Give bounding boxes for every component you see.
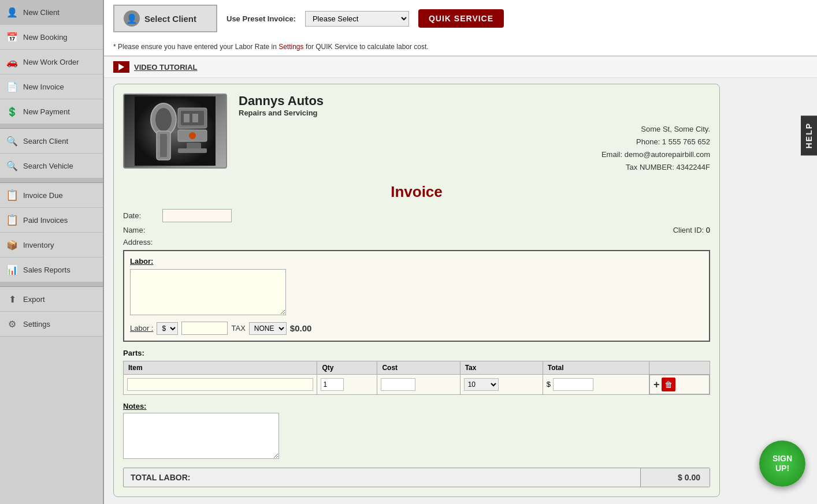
company-details: Some St, Some City. Phone: 1 555 765 652… <box>239 123 710 174</box>
settings-link[interactable]: Settings <box>278 43 303 51</box>
date-row: Date: <box>123 209 710 222</box>
company-tax: Tax NUMBER: 4342244F <box>239 161 710 174</box>
parts-col-qty: Qty <box>317 361 377 375</box>
person-icon: 👤 <box>124 10 140 27</box>
new-invoice-icon: 📄 <box>6 80 18 93</box>
preset-invoice-select[interactable]: Please Select <box>305 11 409 27</box>
sidebar-item-inventory[interactable]: 📦 Inventory <box>0 233 103 257</box>
sidebar-label-export: Export <box>23 295 45 304</box>
labor-description-input[interactable] <box>130 269 286 315</box>
sidebar-label-paid-invoices: Paid Invoices <box>23 216 68 225</box>
help-tab[interactable]: HELP <box>801 115 817 155</box>
sidebar-item-sales-reports[interactable]: 📊 Sales Reports <box>0 257 103 282</box>
sidebar-item-new-booking[interactable]: 📅 New Booking <box>0 25 103 50</box>
sidebar-label-sales-reports: Sales Reports <box>23 266 70 274</box>
settings-icon: ⚙ <box>6 318 18 330</box>
name-field: Name: <box>123 226 145 234</box>
parts-qty-cell <box>317 375 377 395</box>
parts-cost-input[interactable] <box>381 378 415 391</box>
totals-bar: TOTAL LABOR: $ 0.00 <box>123 468 710 487</box>
sidebar-item-new-work-order[interactable]: 🚗 New Work Order <box>0 50 103 74</box>
labor-link[interactable]: Labor : <box>130 324 153 333</box>
preset-invoice-label: Use Preset Invoice: <box>226 14 296 23</box>
notes-textarea[interactable] <box>123 413 279 459</box>
svg-rect-7 <box>184 114 190 122</box>
topbar-note-text: * Please ensure you have entered your La… <box>113 43 278 51</box>
invoice-due-icon: 📋 <box>6 189 18 201</box>
sidebar-item-new-payment[interactable]: 💲 New Payment <box>0 99 103 124</box>
parts-qty-input[interactable] <box>321 378 344 391</box>
labor-amount-input[interactable] <box>181 322 228 335</box>
parts-total-cell: $ <box>543 375 649 395</box>
sidebar-item-paid-invoices[interactable]: 📋 Paid Invoices <box>0 208 103 233</box>
search-client-icon: 🔍 <box>6 135 18 147</box>
sidebar: 👤 New Client 📅 New Booking 🚗 New Work Or… <box>0 0 104 504</box>
svg-rect-4 <box>160 134 167 157</box>
sales-reports-icon: 📊 <box>6 263 18 276</box>
date-label: Date: <box>123 211 158 220</box>
paid-invoices-icon: 📋 <box>6 214 18 226</box>
address-row: Address: <box>123 238 710 247</box>
parts-tax-cell: 10 NONE 5 15 20 <box>460 375 543 395</box>
sidebar-label-new-invoice: New Invoice <box>23 83 64 91</box>
export-icon: ⬆ <box>6 293 18 305</box>
select-client-button[interactable]: 👤 Select Client <box>113 5 217 32</box>
parts-col-item: Item <box>124 361 317 375</box>
parts-section: Parts: Item Qty Cost Tax Total <box>123 349 710 395</box>
parts-col-tax: Tax <box>460 361 543 375</box>
parts-tax-select[interactable]: 10 NONE 5 15 20 <box>464 378 499 391</box>
parts-cost-cell <box>377 375 460 395</box>
labor-currency-select[interactable]: $ € £ <box>157 322 178 335</box>
topbar-note: * Please ensure you have entered your La… <box>113 43 808 51</box>
sidebar-item-settings[interactable]: ⚙ Settings <box>0 312 103 337</box>
parts-col-cost: Cost <box>377 361 460 375</box>
new-client-icon: 👤 <box>6 6 18 18</box>
parts-col-actions <box>649 361 710 375</box>
sidebar-label-search-vehicle: Search Vehicle <box>23 162 73 170</box>
svg-point-2 <box>155 108 172 131</box>
signup-button[interactable]: SIGNUP! <box>759 440 805 487</box>
video-tutorial-bar: VIDEO TUTORIAL <box>104 57 817 78</box>
svg-point-10 <box>189 132 196 139</box>
sidebar-item-new-client[interactable]: 👤 New Client <box>0 0 103 25</box>
tax-label: TAX <box>231 324 245 333</box>
parts-section-title: Parts: <box>123 349 710 357</box>
parts-table: Item Qty Cost Tax Total <box>123 361 710 395</box>
parts-col-total: Total <box>543 361 649 375</box>
video-tutorial-link[interactable]: VIDEO TUTORIAL <box>134 63 198 72</box>
svg-rect-12 <box>178 148 207 153</box>
sidebar-item-export[interactable]: ⬆ Export <box>0 287 103 312</box>
parts-row: 10 NONE 5 15 20 $ <box>124 375 710 395</box>
company-address: Some St, Some City. <box>239 123 710 136</box>
delete-part-button[interactable]: 🗑 <box>662 378 675 391</box>
company-name: Dannys Autos <box>239 94 710 109</box>
parts-item-input[interactable] <box>127 378 313 391</box>
labor-section-title: Labor: <box>130 257 703 266</box>
parts-total-input[interactable] <box>553 378 593 391</box>
client-id-label: Client ID: <box>673 226 704 234</box>
date-input[interactable] <box>162 209 232 222</box>
sidebar-label-new-client: New Client <box>23 8 60 17</box>
labor-section: Labor: Labor : $ € £ TAX NONE 5% 10% <box>123 250 710 342</box>
labor-tax-select[interactable]: NONE 5% 10% 15% 20% <box>249 322 287 335</box>
total-labor-label: TOTAL LABOR: <box>124 468 640 487</box>
invoice-title: Invoice <box>123 183 710 201</box>
company-phone: Phone: 1 555 765 652 <box>239 136 710 148</box>
add-part-button[interactable]: + <box>653 379 660 391</box>
invoice-area: Dannys Autos Repairs and Servicing Some … <box>104 78 817 504</box>
sidebar-item-search-client[interactable]: 🔍 Search Client <box>0 129 103 154</box>
sidebar-label-new-booking: New Booking <box>23 33 68 42</box>
company-info: Dannys Autos Repairs and Servicing Some … <box>239 94 710 174</box>
company-logo <box>123 94 227 169</box>
sidebar-item-invoice-due[interactable]: 📋 Invoice Due <box>0 183 103 208</box>
sidebar-item-new-invoice[interactable]: 📄 New Invoice <box>0 74 103 99</box>
parts-item-cell <box>124 375 317 395</box>
parts-actions-cell: + 🗑 <box>649 375 710 394</box>
notes-section-title: Notes: <box>123 402 710 410</box>
labor-bottom: Labor : $ € £ TAX NONE 5% 10% 15% 20% <box>130 322 703 335</box>
invoice-card: Dannys Autos Repairs and Servicing Some … <box>113 84 720 497</box>
sidebar-item-search-vehicle[interactable]: 🔍 Search Vehicle <box>0 154 103 178</box>
sidebar-label-new-payment: New Payment <box>23 107 70 116</box>
topbar: 👤 Select Client Use Preset Invoice: Plea… <box>104 0 817 57</box>
quik-service-button[interactable]: QUIK SERVICE <box>418 9 504 28</box>
